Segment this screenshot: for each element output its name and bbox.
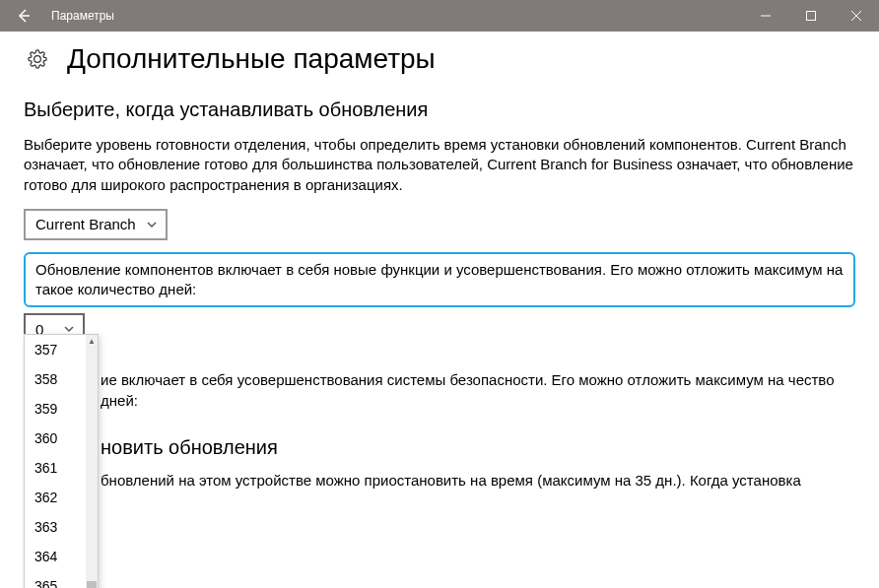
branch-select[interactable]: Current Branch [24, 209, 168, 240]
window-controls [743, 0, 879, 32]
feature-update-defer-label: Обновление компонентов включает в себя н… [24, 252, 855, 308]
dropdown-option[interactable]: 364 [25, 542, 86, 571]
pause-description: бновлений на этом устройстве можно приос… [101, 471, 855, 490]
dropdown-option[interactable]: 358 [25, 364, 86, 394]
content-area: Дополнительные параметры Выберите, когда… [0, 32, 879, 588]
dropdown-option[interactable]: 359 [25, 394, 86, 424]
close-icon [851, 11, 861, 21]
dropdown-option[interactable]: 365 [25, 571, 86, 588]
scroll-up-icon[interactable]: ▲ [86, 335, 98, 347]
chevron-down-icon [146, 219, 158, 230]
svg-rect-0 [807, 12, 816, 21]
dropdown-option[interactable]: 360 [25, 424, 86, 453]
minimize-button[interactable] [743, 0, 788, 32]
maximize-button[interactable] [788, 0, 834, 32]
minimize-icon [761, 11, 771, 21]
section-heading-pause: новить обновления [101, 436, 855, 459]
branch-select-value: Current Branch [35, 216, 136, 232]
close-button[interactable] [834, 0, 879, 32]
back-arrow-icon [16, 8, 32, 24]
feature-defer-days-dropdown[interactable]: 357 358 359 360 361 362 363 364 365 ▲ [24, 334, 99, 588]
gear-icon [28, 49, 47, 69]
window-title: Параметры [51, 9, 114, 23]
page-title: Дополнительные параметры [67, 43, 436, 75]
maximize-icon [806, 11, 816, 21]
titlebar: Параметры [0, 0, 879, 32]
back-button[interactable] [0, 0, 47, 32]
page-header: Дополнительные параметры [24, 32, 855, 81]
dropdown-scrollbar[interactable]: ▲ [86, 335, 98, 588]
scroll-thumb[interactable] [87, 581, 97, 588]
branch-description: Выберите уровень готовности отделения, ч… [24, 135, 855, 195]
dropdown-option[interactable]: 357 [25, 335, 86, 364]
dropdown-option[interactable]: 361 [25, 453, 86, 483]
dropdown-option[interactable]: 362 [25, 483, 86, 512]
section-heading-updates: Выберите, когда устанавливать обновления [24, 98, 855, 121]
quality-update-defer-label: ие включает в себя усовершенствования си… [101, 370, 855, 411]
dropdown-option[interactable]: 363 [25, 512, 86, 542]
